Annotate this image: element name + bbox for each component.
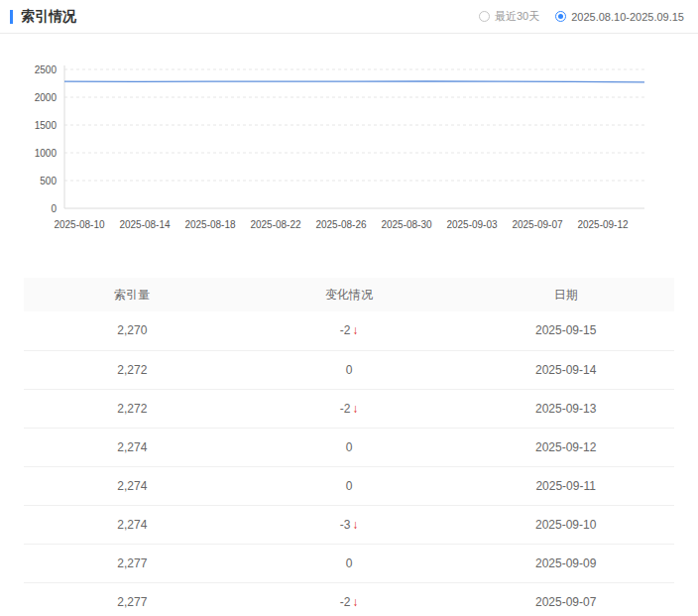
table-row: 2,270-2↓2025-09-15 bbox=[24, 311, 674, 350]
radio-custom-range[interactable]: 2025.08.10-2025.09.15 bbox=[555, 11, 684, 23]
table-row: 2,27202025-09-14 bbox=[24, 350, 674, 389]
x-axis-tick-label: 2025-08-14 bbox=[119, 219, 171, 230]
down-arrow-icon: ↓ bbox=[352, 323, 358, 337]
date-cell: 2025-09-13 bbox=[457, 389, 674, 428]
change-value: 0 bbox=[346, 440, 353, 454]
x-axis-tick-label: 2025-08-22 bbox=[250, 219, 301, 230]
index-volume-cell: 2,274 bbox=[24, 428, 241, 466]
date-cell: 2025-09-10 bbox=[457, 505, 674, 544]
table-row: 2,277-2↓2025-09-07 bbox=[24, 582, 674, 616]
index-status-page: 索引情况 最近30天 2025.08.10-2025.09.15 0500100… bbox=[0, 0, 698, 616]
index-trend-chart: 050010001500200025002025-08-102025-08-14… bbox=[0, 60, 698, 240]
radio-last-30-days-label: 最近30天 bbox=[495, 9, 539, 24]
change-value: -2 bbox=[340, 402, 351, 416]
index-table: 索引量 变化情况 日期 2,270-2↓2025-09-152,27202025… bbox=[24, 278, 674, 616]
change-value: 0 bbox=[346, 479, 353, 493]
table-row: 2,27702025-09-09 bbox=[24, 544, 674, 582]
x-axis-tick-label: 2025-08-30 bbox=[381, 219, 432, 230]
y-axis-tick-label: 0 bbox=[51, 203, 57, 214]
table-row: 2,27402025-09-12 bbox=[24, 428, 674, 466]
x-axis-tick-label: 2025-08-18 bbox=[184, 219, 236, 230]
radio-last-30-days[interactable]: 最近30天 bbox=[479, 9, 539, 24]
date-range-selector: 最近30天 2025.08.10-2025.09.15 bbox=[479, 9, 684, 24]
page-title: 索引情况 bbox=[21, 8, 76, 26]
header-index-volume: 索引量 bbox=[24, 278, 241, 311]
change-cell: 0 bbox=[241, 544, 458, 582]
change-value: 0 bbox=[346, 363, 353, 377]
y-axis-tick-label: 1500 bbox=[35, 120, 58, 131]
change-value: -3 bbox=[340, 518, 351, 532]
date-cell: 2025-09-15 bbox=[457, 311, 674, 350]
change-cell: 0 bbox=[241, 428, 458, 466]
change-cell: -3↓ bbox=[241, 505, 458, 544]
title-wrap: 索引情况 bbox=[10, 8, 76, 26]
radio-unselected-icon[interactable] bbox=[479, 11, 490, 22]
change-cell: -2↓ bbox=[241, 582, 458, 616]
chart-section: 050010001500200025002025-08-102025-08-14… bbox=[0, 60, 698, 240]
change-cell: 0 bbox=[241, 466, 458, 505]
x-axis-tick-label: 2025-09-07 bbox=[512, 219, 563, 230]
down-arrow-icon: ↓ bbox=[352, 402, 358, 416]
y-axis-tick-label: 500 bbox=[40, 176, 57, 186]
table-header-row: 索引量 变化情况 日期 bbox=[24, 278, 674, 311]
x-axis-tick-label: 2025-09-12 bbox=[577, 219, 629, 230]
y-axis-tick-label: 2500 bbox=[35, 64, 58, 75]
date-cell: 2025-09-11 bbox=[457, 466, 674, 505]
index-volume-cell: 2,272 bbox=[24, 389, 241, 428]
header-date: 日期 bbox=[457, 278, 674, 311]
index-volume-cell: 2,270 bbox=[24, 311, 241, 350]
change-value: -2 bbox=[340, 323, 351, 337]
radio-selected-icon[interactable] bbox=[555, 11, 566, 22]
date-cell: 2025-09-12 bbox=[457, 428, 674, 466]
date-cell: 2025-09-09 bbox=[457, 544, 674, 582]
index-volume-cell: 2,277 bbox=[24, 544, 241, 582]
x-axis-tick-label: 2025-09-03 bbox=[446, 219, 498, 230]
index-volume-line bbox=[64, 81, 644, 82]
change-cell: -2↓ bbox=[241, 389, 458, 428]
title-accent-bar bbox=[10, 10, 13, 24]
index-table-body: 2,270-2↓2025-09-152,27202025-09-142,272-… bbox=[24, 311, 674, 616]
y-axis-tick-label: 2000 bbox=[35, 92, 58, 103]
change-value: -2 bbox=[340, 595, 351, 609]
down-arrow-icon: ↓ bbox=[352, 595, 358, 609]
change-cell: 0 bbox=[241, 350, 458, 389]
index-volume-cell: 2,274 bbox=[24, 466, 241, 505]
date-cell: 2025-09-14 bbox=[457, 350, 674, 389]
x-axis-tick-label: 2025-08-26 bbox=[315, 219, 367, 230]
index-volume-cell: 2,277 bbox=[24, 582, 241, 616]
y-axis-tick-label: 1000 bbox=[35, 148, 58, 159]
down-arrow-icon: ↓ bbox=[352, 518, 358, 532]
index-table-header: 索引量 变化情况 日期 bbox=[24, 278, 674, 311]
page-header: 索引情况 最近30天 2025.08.10-2025.09.15 bbox=[0, 0, 698, 34]
table-row: 2,27402025-09-11 bbox=[24, 466, 674, 505]
index-volume-cell: 2,274 bbox=[24, 505, 241, 544]
header-change: 变化情况 bbox=[241, 278, 458, 311]
x-axis-tick-label: 2025-08-10 bbox=[54, 219, 105, 230]
change-value: 0 bbox=[346, 556, 353, 570]
index-volume-cell: 2,272 bbox=[24, 350, 241, 389]
date-cell: 2025-09-07 bbox=[457, 582, 674, 616]
table-row: 2,274-3↓2025-09-10 bbox=[24, 505, 674, 544]
table-section: 索引量 变化情况 日期 2,270-2↓2025-09-152,27202025… bbox=[24, 278, 674, 616]
radio-custom-range-label: 2025.08.10-2025.09.15 bbox=[571, 11, 684, 23]
table-row: 2,272-2↓2025-09-13 bbox=[24, 389, 674, 428]
change-cell: -2↓ bbox=[241, 311, 458, 350]
